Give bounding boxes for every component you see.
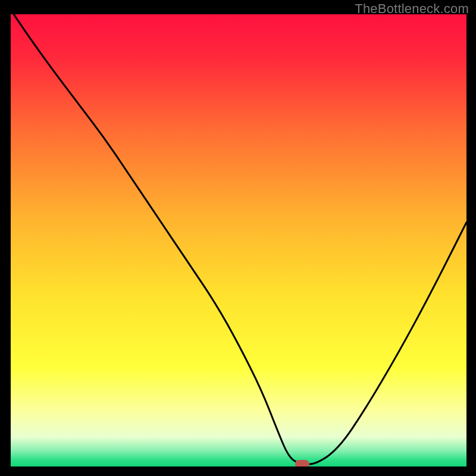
gradient-background bbox=[11, 14, 466, 466]
bottleneck-chart bbox=[11, 14, 466, 466]
chart-frame: TheBottleneck.com bbox=[0, 0, 476, 476]
optimal-point-marker bbox=[295, 460, 309, 466]
plot-area bbox=[11, 14, 466, 466]
